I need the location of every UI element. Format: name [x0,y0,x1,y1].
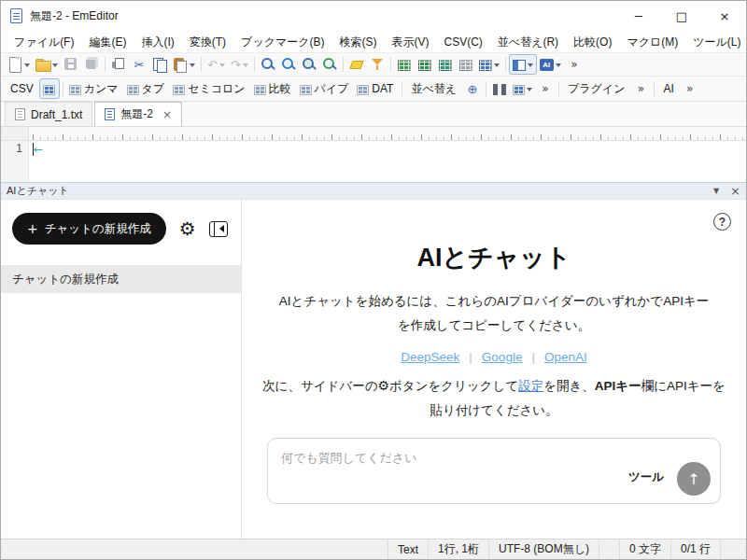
csv-cell-mode-button[interactable] [394,54,415,75]
help-icon[interactable]: ? [713,213,731,231]
save-icon [63,57,78,72]
new-file-button[interactable] [5,54,33,75]
menu-macros[interactable]: マクロ(M) [619,31,685,53]
copy-button[interactable] [149,54,170,75]
sort-button[interactable]: 並べ替え [405,78,462,99]
status-char-count[interactable]: 0 文字 [619,539,670,559]
csv-dat-button[interactable]: DAT [354,78,399,99]
status-encoding[interactable]: UTF-8 (BOM無し) [488,539,599,559]
tab-untitled2[interactable]: 無題-2 × [94,102,182,126]
save-button[interactable] [61,54,81,75]
minimize-button[interactable]: ─ [617,1,660,31]
tools-button[interactable]: ツール [628,469,664,485]
ai-toolbar-label: AI [660,82,676,95]
send-button[interactable]: ↑ [677,462,711,496]
status-doc-type[interactable]: Text [388,539,428,559]
ai-toolbar-button[interactable]: AI [657,78,679,99]
steps-text: を開き、 [543,379,595,393]
panel-close-icon[interactable]: × [730,184,740,198]
main-toolbar-overflow-button[interactable]: » [564,54,585,75]
panel-dropdown-icon[interactable]: ▼ [713,187,719,195]
replace-icon [281,57,296,72]
cut-button[interactable]: ✂ [129,54,149,75]
chat-intro-text: AIとチャットを始めるには、これらのAIプロバイダーのいずれかでAPIキーを作成… [275,289,713,339]
menu-edit[interactable]: 編集(E) [81,31,134,53]
columns-dropdown-button[interactable] [510,78,535,99]
ai-overflow-button[interactable]: » [680,78,700,99]
menu-sort[interactable]: 並べ替え(R) [490,31,566,53]
collapse-sidebar-icon[interactable] [209,221,228,237]
ai-icon: AI [540,59,554,71]
csv-sum-icon [418,60,431,71]
grep-button[interactable] [319,54,340,75]
csv-format-button[interactable] [39,78,60,99]
google-link[interactable]: Google [482,350,523,364]
filter-button[interactable] [367,54,388,75]
compare-format-icon [254,85,266,95]
csv-toolbar-overflow-button[interactable]: » [535,78,556,99]
csv-comma-button[interactable]: カンマ [66,78,124,99]
chevron-down-icon [219,63,225,70]
csv-sum-button[interactable] [415,54,435,75]
open-file-button[interactable] [33,54,61,75]
chat-heading: AIとチャット [416,241,571,274]
deepseek-link[interactable]: DeepSeek [401,350,459,364]
maximize-button[interactable]: □ [660,1,703,31]
tab-draft1[interactable]: Draft_1.txt [5,102,92,126]
menu-file[interactable]: ファイル(F) [7,31,81,53]
split-column-button[interactable] [489,78,510,99]
document-icon [105,108,115,120]
status-line-count[interactable]: 0/1 行 [670,539,720,559]
gear-icon[interactable]: ⚙ [179,219,196,238]
text-edit-area[interactable]: ← [29,141,746,182]
ruler [1,127,746,141]
undo-button[interactable]: ↶ [204,54,228,75]
menu-view[interactable]: 表示(V) [385,31,437,53]
sort-options-button[interactable]: ⊕ [462,78,483,99]
csv-compare-button[interactable]: 比較 [251,78,297,99]
menu-tools[interactable]: ツール(L) [685,31,746,53]
chevron-down-icon [52,63,58,70]
find-in-files-button[interactable] [299,54,319,75]
menu-search[interactable]: 検索(S) [332,31,385,53]
plugins-button[interactable]: プラグイン [562,78,630,99]
split-column-icon [493,84,506,95]
status-caret-position[interactable]: 1行, 1桁 [428,539,488,559]
tab-close-icon[interactable]: × [162,108,172,121]
csv-columns-button[interactable] [476,54,502,75]
chat-list-item[interactable]: チャットの新規作成 [1,265,241,293]
settings-link[interactable]: 設定 [518,379,543,393]
highlight-button[interactable] [346,54,367,75]
menu-bookmarks[interactable]: ブックマーク(B) [233,31,331,53]
openai-link[interactable]: OpenAI [544,350,587,364]
toolbar-separator [486,81,486,96]
chevron-down-icon [556,63,561,70]
undo-icon: ↶ [207,58,218,72]
panel-view-button[interactable] [509,54,537,75]
menu-insert[interactable]: 挿入(I) [134,31,181,53]
plugins-overflow-button[interactable]: » [630,78,651,99]
highlighter-icon [349,57,364,72]
print-button[interactable] [108,54,129,75]
menu-convert[interactable]: 変換(T) [182,31,233,53]
csv-mode-button[interactable]: CSV [5,78,39,99]
save-all-button[interactable] [81,54,102,75]
csv-pipe-button[interactable]: パイプ [297,78,355,99]
csv-convert-button[interactable] [435,54,456,75]
csv-columns-icon [479,60,492,71]
overflow-chevron-icon: » [539,82,551,95]
csv-number-button[interactable] [456,54,476,75]
redo-button[interactable]: ↷ [228,54,251,75]
find-button[interactable] [258,54,278,75]
menu-compare[interactable]: 比較(O) [566,31,619,53]
redo-icon: ↷ [231,58,241,72]
new-chat-button[interactable]: + チャットの新規作成 [12,213,166,245]
grep-icon [322,57,337,72]
paste-button[interactable] [170,54,198,75]
replace-button[interactable] [278,54,299,75]
csv-tab-button[interactable]: タブ [124,78,171,99]
ai-assistant-button[interactable]: AI [537,54,564,75]
csv-semicolon-button[interactable]: セミコロン [170,78,250,99]
close-button[interactable]: × [703,1,746,31]
menu-csv[interactable]: CSV(C) [437,31,490,53]
